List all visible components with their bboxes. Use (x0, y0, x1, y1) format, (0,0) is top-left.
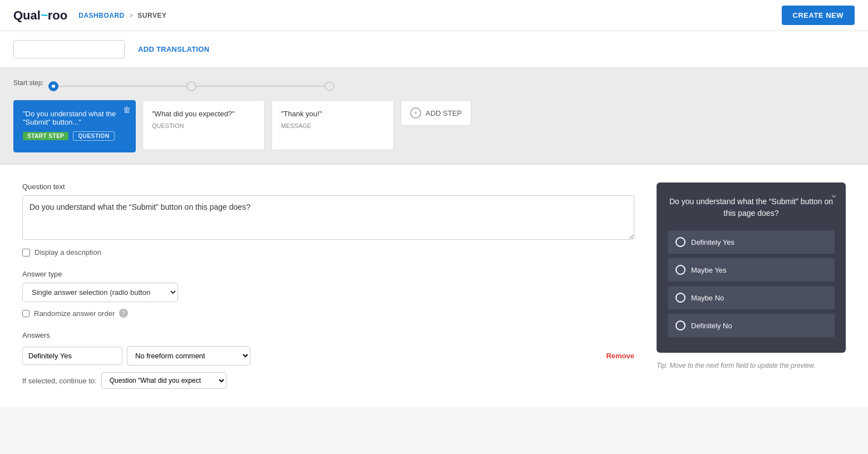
display-description-row: Display a description (22, 248, 634, 256)
randomize-label: Randomize answer order (34, 309, 115, 318)
step-card-3-title: "Thank you!" (281, 110, 384, 118)
preview-option-3[interactable]: Maybe No (668, 286, 835, 309)
step-delete-icon[interactable]: 🗑 (123, 105, 131, 114)
add-step-button[interactable]: + ADD STEP (401, 100, 471, 126)
step-card-2[interactable]: "What did you expected?" QUESTION (142, 100, 265, 150)
preview-section: ⌄ Do you understand what the “Submit” bu… (657, 182, 846, 389)
preview-radio-2 (675, 265, 685, 275)
step-badge-start: START STEP (23, 132, 68, 140)
step-card-1[interactable]: 🗑 "Do you understand what the "Submit" b… (13, 100, 136, 152)
add-step-circle-icon: + (410, 107, 421, 119)
preview-option-label-2: Maybe Yes (691, 266, 727, 274)
breadcrumb: DASHBOARD > SURVEY (78, 11, 166, 19)
display-description-label: Display a description (34, 248, 101, 256)
breadcrumb-separator: > (129, 11, 134, 19)
answer-type-select[interactable]: Single answer selection (radio button) M… (22, 283, 178, 302)
header-left: Qual~roo DASHBOARD > SURVEY (13, 8, 166, 23)
preview-radio-3 (675, 293, 685, 303)
step-card-1-title: "Do you understand what the "Submit" but… (23, 110, 126, 126)
randomize-row: Randomize answer order ? (22, 309, 634, 318)
preview-option-4[interactable]: Definitely No (668, 314, 835, 337)
answer-row-1: No freeform comment Optional freeform co… (22, 346, 634, 366)
step-badge-question-1: QUESTION (73, 131, 114, 141)
answer-type-label: Answer type (22, 270, 634, 278)
answer-comment-select-1[interactable]: No freeform comment Optional freeform co… (127, 346, 250, 366)
randomize-checkbox[interactable] (22, 310, 29, 317)
preview-radio-1 (675, 237, 685, 247)
continue-label: If selected, continue to: (22, 377, 97, 385)
step-card-3[interactable]: "Thank you!" MESSAGE (272, 100, 394, 150)
add-step-label: ADD STEP (426, 109, 462, 117)
main-content: Question text Do you understand what the… (0, 165, 868, 407)
continue-select-1[interactable]: Question "What did you expect (101, 372, 226, 389)
preview-widget: ⌄ Do you understand what the “Submit” bu… (657, 182, 846, 353)
create-new-button[interactable]: CREATE NEW (782, 6, 855, 25)
preview-option-label-1: Definitely Yes (691, 238, 734, 246)
step-radio-2[interactable] (186, 81, 196, 91)
randomize-help-icon[interactable]: ? (119, 309, 128, 318)
breadcrumb-dashboard[interactable]: DASHBOARD (78, 12, 125, 19)
preview-tip: Tip: Move to the next form field to upda… (657, 362, 846, 369)
step-card-3-type: MESSAGE (281, 122, 384, 129)
preview-option-label-4: Definitely No (691, 322, 732, 330)
preview-option-2[interactable]: Maybe Yes (668, 258, 835, 282)
preview-option-label-3: Maybe No (691, 294, 724, 302)
answer-input-1[interactable] (22, 347, 122, 365)
remove-answer-link-1[interactable]: Remove (606, 352, 634, 360)
preview-question: Do you understand what the “Submit” butt… (668, 196, 835, 219)
step-card-2-title: "What did you expected?" (152, 110, 255, 118)
preview-radio-4 (675, 320, 685, 330)
step-card-2-type: QUESTION (152, 122, 255, 129)
display-description-checkbox[interactable] (22, 249, 30, 256)
continue-row-1: If selected, continue to: Question "What… (22, 372, 634, 389)
form-section: Question text Do you understand what the… (22, 182, 634, 389)
translation-input[interactable] (13, 40, 125, 58)
header: Qual~roo DASHBOARD > SURVEY CREATE NEW (0, 0, 868, 31)
translation-bar: ADD TRANSLATION (0, 31, 868, 68)
preview-option-1[interactable]: Definitely Yes (668, 230, 835, 254)
logo-text: Qual~roo (13, 8, 67, 23)
breadcrumb-survey: SURVEY (137, 12, 166, 19)
step-radio-1[interactable] (48, 81, 58, 91)
preview-close-icon[interactable]: ⌄ (830, 188, 838, 200)
start-step-label: Start step: (13, 79, 44, 87)
steps-area: Start step: 🗑 "Do you understand what th… (0, 68, 868, 165)
question-textarea[interactable]: Do you understand what the “Submit” butt… (22, 195, 634, 240)
answers-label: Answers (22, 331, 634, 339)
steps-cards: 🗑 "Do you understand what the "Submit" b… (13, 100, 855, 152)
logo: Qual~roo (13, 8, 67, 23)
add-translation-link[interactable]: ADD TRANSLATION (138, 45, 209, 53)
question-text-label: Question text (22, 182, 634, 191)
step-radio-3[interactable] (324, 81, 334, 91)
